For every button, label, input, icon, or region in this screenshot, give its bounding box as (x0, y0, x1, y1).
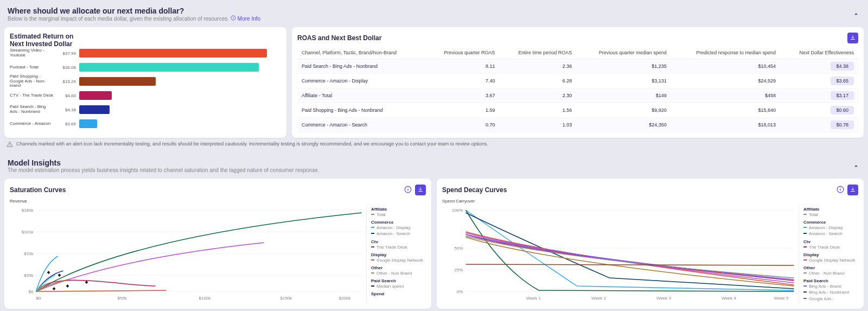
media-allocation-section: Where should we allocate our next media … (4, 4, 864, 151)
bar-row: Podcast - Total$36.08 (10, 62, 281, 73)
bar-value: $36.08 (58, 65, 76, 70)
table-cell: $0.60 (780, 103, 858, 118)
download-button[interactable] (847, 33, 858, 43)
svg-text:Week 4: Week 4 (722, 296, 737, 301)
table-cell: $24,529 (671, 74, 780, 88)
table-cell: 2.36 (499, 59, 576, 74)
table-row: Paid Shopping - Bing Ads - Nonbrand1.591… (297, 103, 858, 118)
table-cell: $24,350 (576, 118, 671, 132)
legend-item[interactable]: Google Display Network (371, 257, 426, 263)
table-header: Previous quarter median spend (576, 47, 671, 59)
bar-value: $37.99 (58, 51, 76, 56)
table-row: Affiliate - Total3.672.30$149$458$3.17 (297, 88, 858, 103)
legend-item[interactable]: Google Ads - (803, 296, 858, 302)
saturation-chart: $140k $101k $70k $35k $0 $0 $50k $100k $… (10, 205, 366, 302)
model-insights-section: Model Insights The model estimation proc… (4, 156, 864, 311)
chevron-up-icon[interactable] (852, 10, 860, 18)
legend-item[interactable]: Median spend (371, 283, 426, 289)
card-title: ROAS and Next Best Dollar (297, 34, 381, 42)
table-header: Previous quarter ROAS (425, 47, 499, 59)
legend-item[interactable]: Amazon - Display (803, 225, 858, 231)
legend-group: Paid Search (371, 278, 426, 283)
legend-item[interactable]: Other - Non Brand (803, 270, 858, 276)
legend-item[interactable]: Bing Ads - Nonbrand (803, 289, 858, 295)
info-button[interactable] (403, 184, 413, 195)
info-icon (837, 186, 844, 193)
table-header: Channel, Platform, Tactic, Brand/Non-Bra… (297, 47, 425, 59)
bar-chart: Streaming Video - Youtube$37.99Podcast -… (10, 48, 281, 129)
legend-item[interactable]: Google Display Network (803, 257, 858, 263)
decay-chart: 100% 50% 25% 0% Week 1 Week 2 Week 3 Wee… (442, 205, 799, 302)
table-cell: 0.70 (425, 118, 499, 132)
warning-icon (7, 141, 13, 148)
chart-axis-title: Revenue (10, 199, 426, 204)
table-cell: $15,840 (671, 103, 780, 118)
legend-item[interactable]: Amazon - Display (371, 225, 426, 231)
svg-rect-2 (233, 17, 234, 17)
legend-group: Affiliate (803, 207, 858, 212)
svg-text:25%: 25% (454, 268, 463, 272)
bar-row: Streaming Video - Youtube$37.99 (10, 48, 281, 59)
legend-group: Affiliate (371, 207, 426, 212)
svg-text:Week 3: Week 3 (656, 296, 672, 301)
bar-row: Paid Search - Bing Ads - Nonbrand$4.38 (10, 104, 281, 115)
table-cell: Paid Search - Bing Ads - Nonbrand (297, 59, 425, 74)
svg-text:0%: 0% (457, 289, 463, 294)
roas-table: Channel, Platform, Tactic, Brand/Non-Bra… (297, 47, 858, 132)
svg-text:$0: $0 (29, 289, 34, 294)
legend-item[interactable]: Amazon - Search (803, 231, 858, 237)
svg-text:100%: 100% (452, 208, 463, 213)
info-button[interactable] (835, 184, 846, 195)
bar-value: $15.29 (58, 79, 76, 84)
table-cell: $9,920 (576, 103, 671, 118)
table-cell: $3.65 (780, 74, 858, 88)
legend-item[interactable]: Amazon - Search (371, 231, 426, 237)
svg-text:$70k: $70k (24, 251, 34, 256)
table-cell: Commerce - Amazon - Search (297, 118, 425, 132)
table-cell: 2.30 (499, 88, 576, 103)
estimated-return-card: Estimated Return on Next Invested Dollar… (4, 27, 286, 138)
card-title: Saturation Curves (10, 186, 66, 194)
chevron-up-icon[interactable] (852, 162, 860, 170)
bar-label: Streaming Video - Youtube (10, 48, 54, 58)
section-header: Where should we allocate our next media … (4, 4, 864, 24)
bar-row: Commerce - Amazon$3.65 (10, 118, 281, 129)
table-cell: 1.03 (499, 118, 576, 132)
table-cell: $3,131 (576, 74, 671, 88)
table-cell: $10,454 (671, 59, 780, 74)
saturation-curves-card: Saturation Curves Revenue $140k $101k $7… (4, 179, 431, 309)
svg-text:$50k: $50k (118, 296, 127, 301)
table-row: Commerce - Amazon - Display7.406.28$3,13… (297, 74, 858, 88)
legend-group: Commerce (371, 220, 426, 225)
legend-item[interactable]: Bing Ads - Brand (803, 283, 858, 289)
bar-label: CTV - The Trade Desk (10, 93, 54, 98)
download-button[interactable] (415, 185, 426, 195)
svg-text:Week 5: Week 5 (774, 296, 789, 301)
legend-item[interactable]: Other - Non Brand (371, 270, 426, 276)
table-cell: $3.17 (780, 88, 858, 103)
legend-item[interactable]: The Trade Desk (371, 244, 426, 250)
legend-item[interactable]: Total (371, 212, 426, 218)
svg-rect-1 (233, 17, 234, 19)
table-cell: Affiliate - Total (297, 88, 425, 103)
table-cell: $458 (671, 88, 780, 103)
legend-group: Commerce (803, 220, 858, 225)
table-header: Next Dollar Effectiveness (780, 47, 858, 59)
table-cell: Commerce - Amazon - Display (297, 74, 425, 88)
bar-row: CTV - The Trade Desk$4.60 (10, 90, 281, 101)
download-icon (850, 35, 856, 41)
table-header: Entire time period ROAS (499, 47, 576, 59)
card-title: Estimated Return on Next Invested Dollar (10, 33, 86, 48)
table-cell: $0.78 (780, 118, 858, 132)
spend-decay-card: Spend Decay Curves Spend Carryover 100% … (437, 179, 864, 309)
download-button[interactable] (847, 185, 858, 195)
section-title: Model Insights (8, 158, 319, 167)
table-header: Predicted response to median spend (671, 47, 780, 59)
more-info-link[interactable]: More Info (231, 16, 260, 22)
table-cell: $18,013 (671, 118, 780, 132)
legend-item[interactable]: Total (803, 212, 858, 218)
row: Estimated Return on Next Invested Dollar… (4, 27, 864, 138)
legend-item[interactable]: The Trade Desk (803, 244, 858, 250)
svg-text:50%: 50% (454, 246, 463, 251)
info-icon (404, 186, 412, 193)
